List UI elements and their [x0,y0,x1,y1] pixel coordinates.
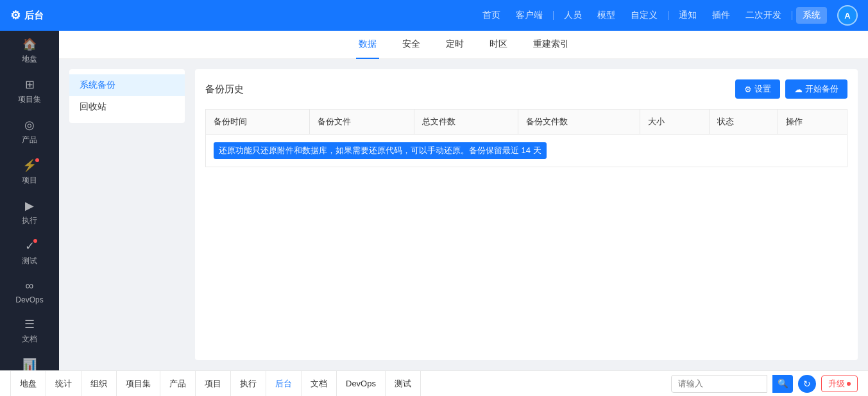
bottom-nav-projectset[interactable]: 项目集 [117,371,160,396]
search-icon: 🔍 [778,379,788,388]
upgrade-dot [847,382,851,386]
panel-actions: ⚙ 设置 ☁ 开始备份 [735,79,847,99]
backup-table: 备份时间 备份文件 总文件数 备份文件数 大小 状态 操作 [205,109,847,167]
col-size: 大小 [640,110,710,135]
left-panel: 系统备份 回收站 [69,69,185,123]
col-action: 操作 [778,110,847,135]
bottom-right: 🔍 ↻ 升级 [671,375,858,393]
sidebar-label-execute: 执行 [22,215,37,226]
sidebar-item-devops[interactable]: ∞ DevOps [0,273,59,311]
bottom-bar: 地盘 统计 组织 项目集 产品 项目 执行 后台 文档 DevOps 测试 🔍 … [0,370,868,396]
logo: ⚙ 后台 [10,8,44,22]
nav-people[interactable]: 人员 [557,7,588,24]
upgrade-button[interactable]: 升级 [821,375,858,392]
check-icon: ✓ [25,239,35,253]
table-container: 备份时间 备份文件 总文件数 备份文件数 大小 状态 操作 [205,109,847,350]
left-panel-recycle[interactable]: 回收站 [69,96,185,118]
top-nav: ⚙ 后台 首页 客户端 人员 模型 自定义 通知 插件 二次开发 系统 A [0,0,868,31]
right-panel-header: 备份历史 ⚙ 设置 ☁ 开始备份 [205,79,847,99]
infinity-icon: ∞ [26,279,34,293]
nav-divider-2 [668,11,668,20]
sidebar-item-docs[interactable]: ☰ 文档 [0,311,59,351]
col-backup-files: 备份文件数 [518,110,640,135]
search-button[interactable]: 🔍 [772,375,793,393]
settings-btn-label: 设置 [754,83,771,95]
main-layout: 🏠 地盘 ⊞ 项目集 ◎ 产品 ⚡ 项目 ▶ 执行 ✓ 测试 ∞ DevOps … [0,31,868,370]
col-total-files: 总文件数 [414,110,518,135]
sidebar-item-projectset[interactable]: ⊞ 项目集 [0,71,59,111]
start-backup-button[interactable]: ☁ 开始备份 [785,79,847,99]
sidebar-item-stats[interactable]: 📊 统计 [0,351,59,370]
sidebar-label-product: 产品 [22,135,37,145]
play-icon: ▶ [25,199,34,213]
bottom-nav-execute[interactable]: 执行 [231,371,266,396]
bottom-nav-test[interactable]: 测试 [386,371,421,396]
panel-title: 备份历史 [205,83,244,95]
nav-model[interactable]: 模型 [591,7,622,24]
nav-notify[interactable]: 通知 [672,7,703,24]
start-backup-label: 开始备份 [805,83,838,95]
sidebar-label-docs: 文档 [22,334,37,345]
info-highlight: 还原功能只还原附件和数据库，如果需要还原代码，可以手动还原。备份保留最近 14 … [214,142,547,159]
sidebar-item-dashboard[interactable]: 🏠 地盘 [0,31,59,71]
sidebar-label-dashboard: 地盘 [22,54,37,65]
home-icon: 🏠 [22,37,37,51]
nav-plugin[interactable]: 插件 [706,7,736,24]
refresh-button[interactable]: ↻ [798,375,816,393]
nav-custom[interactable]: 自定义 [624,7,664,24]
right-panel: 备份历史 ⚙ 设置 ☁ 开始备份 [195,69,858,360]
refresh-icon: ↻ [803,379,811,389]
sidebar-item-project[interactable]: ⚡ 项目 [0,152,59,192]
col-status: 状态 [709,110,778,135]
left-panel-backup[interactable]: 系统备份 [69,74,185,96]
sidebar-label-project: 项目 [22,175,37,186]
bottom-nav-stats[interactable]: 统计 [46,371,81,396]
sidebar-label-devops: DevOps [15,295,43,304]
grid-icon: ⊞ [25,78,35,92]
nav-devext[interactable]: 二次开发 [739,7,788,24]
col-backup-file: 备份文件 [310,110,414,135]
tab-schedule[interactable]: 定时 [443,31,466,59]
top-nav-links: 首页 客户端 人员 模型 自定义 通知 插件 二次开发 系统 [476,7,827,24]
tab-security[interactable]: 安全 [400,31,423,59]
upgrade-label: 升级 [828,378,845,390]
bottom-nav-docs[interactable]: 文档 [302,371,337,396]
settings-button[interactable]: ⚙ 设置 [735,79,780,99]
tab-reindex[interactable]: 重建索引 [531,31,572,59]
sidebar-item-product[interactable]: ◎ 产品 [0,111,59,152]
doc-icon: ☰ [24,317,35,331]
logo-text: 后台 [24,10,44,22]
page-content: 系统备份 回收站 备份历史 ⚙ 设置 ☁ 开始备份 [59,59,868,370]
avatar[interactable]: A [837,5,858,26]
bottom-nav-devops[interactable]: DevOps [337,371,386,396]
tab-data[interactable]: 数据 [356,31,379,59]
info-row: 还原功能只还原附件和数据库，如果需要还原代码，可以手动还原。备份保留最近 14 … [206,135,847,167]
sidebar-label-projectset: 项目集 [18,94,41,105]
bottom-nav-project[interactable]: 项目 [196,371,231,396]
col-backup-time: 备份时间 [206,110,310,135]
nav-divider-3 [792,11,792,20]
search-input[interactable] [671,375,767,393]
info-cell: 还原功能只还原附件和数据库，如果需要还原代码，可以手动还原。备份保留最近 14 … [206,135,847,167]
gear-icon: ⚙ [10,8,21,22]
nav-divider-1 [553,11,554,20]
cloud-icon: ☁ [794,85,803,94]
nav-system[interactable]: 系统 [796,7,827,24]
tab-timezone[interactable]: 时区 [487,31,510,59]
bottom-nav-org[interactable]: 组织 [81,371,117,396]
settings-btn-icon: ⚙ [744,85,752,94]
lightning-icon: ⚡ [22,158,37,172]
bottom-nav-product[interactable]: 产品 [160,371,196,396]
sidebar-item-test[interactable]: ✓ 测试 [0,233,59,273]
sub-nav: 数据 安全 定时 时区 重建索引 [59,31,868,59]
nav-home[interactable]: 首页 [476,7,507,24]
bottom-nav-admin[interactable]: 后台 [266,371,302,396]
nav-client[interactable]: 客户端 [509,7,549,24]
target-icon: ◎ [24,118,35,132]
chart-icon: 📊 [22,358,37,370]
sidebar-label-test: 测试 [22,256,37,267]
bottom-nav-dashboard[interactable]: 地盘 [10,371,46,396]
sidebar-item-execute[interactable]: ▶ 执行 [0,192,59,233]
content-area: 数据 安全 定时 时区 重建索引 系统备份 回收站 备份历史 ⚙ 设置 [59,31,868,370]
sidebar: 🏠 地盘 ⊞ 项目集 ◎ 产品 ⚡ 项目 ▶ 执行 ✓ 测试 ∞ DevOps … [0,31,59,370]
